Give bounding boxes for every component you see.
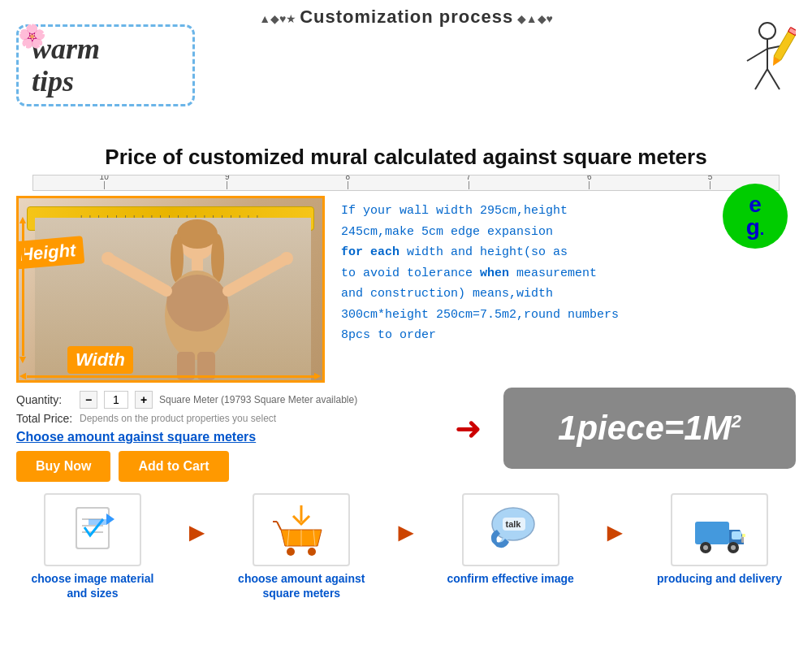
text-panel: e g. If your wall width 295cm,height 245… bbox=[333, 196, 796, 383]
piece-superscript: 2 bbox=[732, 411, 741, 431]
svg-point-11 bbox=[177, 219, 218, 249]
header-deco-left: ▲◆♥★ bbox=[259, 12, 300, 25]
shopping-cart-icon bbox=[273, 501, 330, 558]
svg-point-31 bbox=[287, 548, 295, 556]
eg-circle: e g. bbox=[723, 184, 788, 249]
svg-line-33 bbox=[277, 522, 281, 530]
image-panel: | | | | | | | | | | | | | | | | | | | | … bbox=[16, 196, 325, 383]
step-3-label: confirm effective image bbox=[447, 571, 573, 586]
red-arrow: ➜ bbox=[455, 410, 482, 447]
svg-point-32 bbox=[308, 548, 316, 556]
svg-line-5 bbox=[767, 69, 780, 89]
button-row: Buy Now Add to Cart bbox=[16, 451, 495, 482]
piece-formula-text: 1piece=1M2 bbox=[558, 409, 741, 448]
svg-rect-49 bbox=[742, 534, 745, 537]
buy-now-button[interactable]: Buy Now bbox=[16, 451, 110, 482]
choose-image-icon bbox=[64, 501, 121, 558]
ruler-mark: 6 bbox=[587, 175, 592, 190]
width-label-container: Width bbox=[67, 346, 133, 374]
main-title: Price of customized mural calculated aga… bbox=[0, 145, 812, 170]
quantity-row: Quantity: − + Square Meter (19793 Square… bbox=[16, 391, 495, 409]
flower-decoration: 🌸 bbox=[18, 23, 46, 50]
content-area: | | | | | | | | | | | | | | | | | | | | … bbox=[16, 196, 796, 383]
quantity-minus-button[interactable]: − bbox=[80, 391, 97, 409]
delivery-truck-icon bbox=[691, 501, 748, 558]
svg-rect-29 bbox=[89, 519, 106, 525]
total-value: Depends on the product properties you se… bbox=[80, 413, 276, 424]
quantity-label: Quantity: bbox=[16, 393, 73, 406]
width-arrow-line: ◄ ► bbox=[27, 375, 318, 378]
header-deco-right: ◆▲◆♥ bbox=[517, 12, 553, 25]
ruler-mark: 7 bbox=[466, 175, 471, 190]
ruler-mark: 10 bbox=[100, 175, 109, 190]
step-2-label: choose amount against square meters bbox=[236, 571, 366, 600]
ruler: 10 9 8 7 6 5 bbox=[32, 175, 780, 191]
step-confirm-image: talk confirm effective image bbox=[446, 493, 576, 586]
step-1-label: choose image material and sizes bbox=[28, 571, 158, 600]
process-steps: choose image material and sizes ► c bbox=[16, 493, 796, 600]
svg-rect-42 bbox=[695, 522, 729, 544]
quantity-unit: Square Meter (19793 Square Meter availab… bbox=[159, 394, 357, 405]
step-producing-delivery: producing and delivery bbox=[654, 493, 784, 586]
svg-point-45 bbox=[703, 545, 708, 550]
example-text: If your wall width 295cm,height 245cm,ma… bbox=[341, 201, 788, 346]
step-icon-box-3: talk bbox=[462, 493, 559, 566]
step-icon-box-1 bbox=[44, 493, 141, 566]
step-icon-box-2 bbox=[253, 493, 350, 566]
step-arrow-3: ► bbox=[602, 518, 628, 548]
total-row: Total Price: Depends on the product prop… bbox=[16, 412, 495, 425]
quantity-input[interactable] bbox=[104, 391, 128, 409]
height-arrow bbox=[22, 223, 24, 356]
svg-rect-14 bbox=[192, 258, 203, 271]
phone-talk-icon: talk bbox=[482, 501, 539, 558]
svg-point-47 bbox=[731, 545, 736, 550]
eg-letter-e: e bbox=[749, 193, 762, 216]
when-highlight: when bbox=[480, 266, 509, 280]
svg-marker-28 bbox=[106, 514, 114, 525]
eg-letter-g: g. bbox=[746, 216, 765, 239]
svg-line-4 bbox=[755, 69, 767, 89]
step-icon-box-4 bbox=[671, 493, 768, 566]
ruler-mark: 5 bbox=[708, 175, 713, 190]
svg-point-16 bbox=[166, 275, 228, 332]
ruler-mark: 8 bbox=[346, 175, 351, 190]
quantity-plus-button[interactable]: + bbox=[135, 391, 153, 409]
ruler-mark: 9 bbox=[225, 175, 230, 190]
step-choose-amount: choose amount against square meters bbox=[236, 493, 366, 600]
warm-tips-text: warm tips bbox=[32, 33, 179, 98]
svg-point-13 bbox=[211, 234, 224, 283]
page-title: Customization process bbox=[300, 6, 513, 27]
svg-line-2 bbox=[747, 49, 767, 61]
piece-formula-box: 1piece=1M2 bbox=[503, 388, 796, 469]
pencil-figure bbox=[715, 16, 796, 125]
svg-rect-48 bbox=[741, 536, 744, 543]
step-arrow-2: ► bbox=[393, 518, 419, 548]
width-label: Width bbox=[67, 346, 133, 374]
order-panel: Quantity: − + Square Meter (19793 Square… bbox=[16, 388, 495, 485]
bottom-section: Quantity: − + Square Meter (19793 Square… bbox=[16, 388, 796, 485]
svg-point-20 bbox=[280, 252, 293, 265]
svg-point-19 bbox=[102, 252, 114, 265]
piece-formula-area: ➜ 1piece=1M2 bbox=[503, 388, 796, 469]
svg-text:talk: talk bbox=[505, 519, 521, 529]
width-area: Width ◄ ► bbox=[67, 346, 314, 374]
for-each-highlight: for each bbox=[341, 245, 400, 259]
add-to-cart-button[interactable]: Add to Cart bbox=[119, 451, 228, 482]
total-label: Total Price: bbox=[16, 412, 73, 425]
svg-point-12 bbox=[171, 234, 184, 283]
svg-rect-24 bbox=[76, 508, 109, 548]
step-choose-image: choose image material and sizes bbox=[28, 493, 158, 600]
ruler-inner: 10 9 8 7 6 5 bbox=[33, 176, 779, 190]
choose-amount-text: Choose amount against square meters bbox=[16, 430, 495, 444]
svg-rect-43 bbox=[732, 531, 741, 540]
step-4-label: producing and delivery bbox=[657, 571, 782, 586]
step-arrow-1: ► bbox=[184, 518, 210, 548]
svg-point-0 bbox=[759, 23, 775, 39]
stick-figure-svg bbox=[715, 16, 796, 114]
